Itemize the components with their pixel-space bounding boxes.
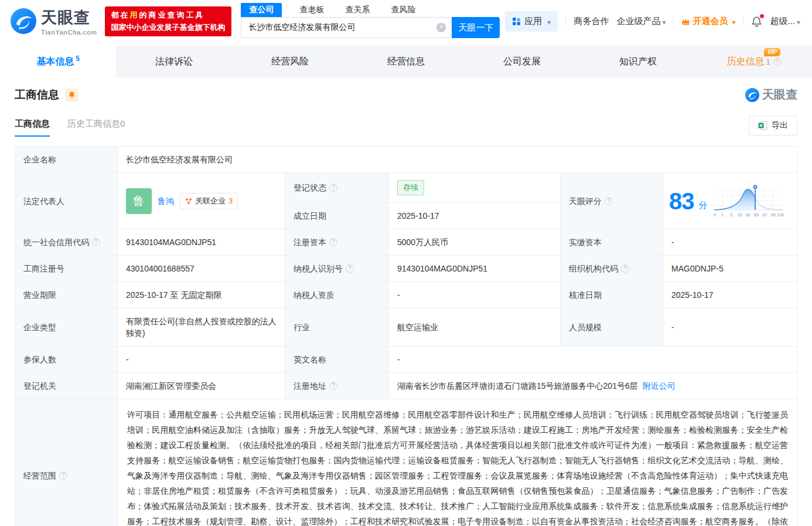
legal-rep-value: 鲁 鲁鸿 关联企业3	[118, 173, 285, 229]
menu-open-vip[interactable]: 开通会员	[681, 16, 735, 27]
approval-date-value: 2025-10-17	[663, 282, 798, 308]
tab-legal-proceedings[interactable]: 法律诉讼	[116, 46, 232, 77]
tianyancha-logo-icon	[11, 8, 36, 34]
approval-date-label: 核准日期	[561, 282, 663, 308]
search-tab-company[interactable]: 查公司	[241, 3, 282, 17]
tianyancha-logo-icon	[745, 88, 759, 102]
reg-number-label: 工商注册号	[15, 256, 118, 282]
svg-text:99: 99	[770, 212, 775, 218]
org-code-value: MAG0DNJP-5	[663, 256, 798, 282]
score-number: 83	[669, 195, 694, 207]
chevron-down-icon	[730, 16, 735, 26]
tab-business-risk[interactable]: 经营风险	[232, 46, 348, 77]
help-icon[interactable]	[346, 264, 354, 273]
help-icon[interactable]	[329, 184, 337, 192]
search-input[interactable]	[241, 23, 429, 32]
subtab-business-registration[interactable]: 工商信息	[15, 118, 50, 137]
divider	[673, 16, 674, 26]
slogan-line1: 都在用的商业查询工具	[111, 10, 226, 21]
svg-text:97: 97	[762, 212, 767, 218]
taxpayer-quality-label: 纳税人资质	[285, 282, 389, 308]
top-menu: 应用 商务合作 企业级产品 开通会员 超级...	[505, 11, 800, 32]
legal-rep-avatar[interactable]: 鲁	[126, 188, 152, 214]
search-tab-risk[interactable]: 查风险	[387, 3, 419, 17]
tab-intellectual-property[interactable]: 知识产权	[580, 46, 696, 77]
org-code-label: 组织机构代码	[561, 256, 663, 282]
tab-basic-info[interactable]: 基本信息5	[0, 46, 116, 77]
search-tab-relation[interactable]: 查关系	[342, 3, 373, 17]
search-button[interactable]: 天眼一下	[452, 17, 500, 38]
menu-enterprise-products[interactable]: 企业级产品	[616, 16, 666, 27]
help-icon[interactable]	[92, 238, 100, 246]
subtab-history-registration[interactable]: 历史工商信息0	[67, 118, 125, 137]
company-name-label: 企业名称	[15, 147, 118, 173]
tianyancha-logo[interactable]: 天眼查 TianYanCha.com	[11, 7, 97, 36]
menu-super-vip[interactable]: 超级...	[770, 16, 800, 27]
excel-icon	[758, 121, 767, 130]
help-icon[interactable]	[59, 471, 67, 480]
help-icon[interactable]	[329, 382, 337, 390]
tab-company-development[interactable]: 公司发展	[464, 46, 580, 77]
score-label: 天眼评分	[561, 173, 663, 229]
related-companies-badge[interactable]: 关联企业3	[180, 193, 238, 209]
score-distribution-chart: 0 1 3 15 50 85 97 99 100	[712, 183, 784, 219]
tianyancha-company-page: 天眼查 TianYanCha.com 都在用的商业查询工具 国家中小企业发展子基…	[0, 0, 812, 526]
company-type-value: 有限责任公司(非自然人投资或控股的法人独资)	[118, 308, 285, 347]
slogan-banner: 都在用的商业查询工具 国家中小企业发展子基金旗下机构	[105, 6, 231, 36]
reg-capital-value: 5000万人民币	[389, 229, 561, 256]
reg-status-label: 登记状态	[285, 173, 389, 203]
establish-date-value: 2025-10-17	[389, 203, 561, 229]
tab-business-info[interactable]: 经营信息	[348, 46, 464, 77]
company-name-value: 长沙市低空经济发展有限公司	[118, 147, 798, 173]
help-icon[interactable]	[329, 238, 337, 246]
business-scope-value: 许可项目：通用航空服务；公共航空运输；民用机场运营；民用航空器维修；民用航空器零…	[118, 399, 798, 526]
business-term-value: 2025-10-17 至 无固定期限	[118, 282, 285, 308]
svg-text:50: 50	[745, 212, 750, 218]
section-bell-icon[interactable]	[65, 89, 78, 101]
reg-number-value: 430104001688557	[118, 256, 285, 282]
taxpayer-id-label: 纳税人识别号	[285, 256, 389, 282]
menu-cooperation[interactable]: 商务合作	[574, 16, 609, 27]
svg-text:15: 15	[737, 212, 742, 218]
svg-text:100: 100	[776, 212, 783, 218]
main-content: 工商信息 天眼查 工商信息 历史工商信息0	[0, 87, 812, 526]
help-icon[interactable]	[605, 197, 613, 205]
reg-authority-value: 湖南湘江新区管理委员会	[118, 373, 285, 399]
clear-search-icon[interactable]	[436, 23, 446, 32]
related-companies-icon	[185, 198, 192, 205]
help-icon[interactable]	[773, 57, 782, 66]
company-nav-tabs: 基本信息5 法律诉讼 经营风险 经营信息 公司发展 知识产权 VIP 历史信息1	[0, 46, 812, 77]
svg-text:3: 3	[729, 212, 732, 218]
credit-code-value: 91430104MAG0DNJP51	[118, 229, 285, 256]
section-title: 工商信息	[15, 87, 59, 103]
paid-capital-label: 实缴资本	[561, 229, 663, 256]
chevron-down-icon	[545, 16, 551, 26]
tianyancha-watermark: 天眼查	[745, 87, 797, 103]
svg-text:0: 0	[713, 212, 715, 218]
insured-count-value: -	[118, 347, 285, 373]
notification-bell-icon[interactable]	[751, 16, 762, 27]
search-tabs: 查公司 查老板 查关系 查风险	[241, 3, 500, 17]
top-header: 天眼查 TianYanCha.com 都在用的商业查询工具 国家中小企业发展子基…	[0, 0, 812, 42]
tab-history-info[interactable]: VIP 历史信息1	[696, 46, 812, 77]
business-scope-label: 经营范围	[15, 399, 118, 526]
status-badge: 存续	[397, 180, 424, 195]
score-unit: 分	[699, 199, 708, 211]
staff-size-label: 人员规模	[561, 308, 663, 347]
business-term-label: 营业期限	[15, 282, 118, 308]
slogan-line2: 国家中小企业发展子基金旗下机构	[111, 22, 226, 33]
chevron-down-icon	[795, 16, 800, 26]
notification-dot	[760, 14, 764, 18]
reg-address-label: 注册地址	[285, 373, 389, 399]
industry-value: 航空运输业	[389, 308, 561, 347]
crown-icon	[681, 18, 690, 25]
score-value: 83 分	[663, 173, 798, 229]
business-info-table: 企业名称 长沙市低空经济发展有限公司 法定代表人 鲁 鲁鸿 关联企业3 登记状态…	[15, 146, 797, 526]
apps-menu[interactable]: 应用	[505, 11, 558, 32]
help-icon[interactable]	[621, 264, 629, 273]
search-tab-boss[interactable]: 查老板	[296, 3, 327, 17]
export-button[interactable]: 导出	[749, 116, 797, 135]
legal-rep-name-link[interactable]: 鲁鸿	[158, 195, 174, 207]
english-name-label: 英文名称	[285, 347, 389, 373]
nearby-companies-link[interactable]: 附近公司	[643, 380, 675, 392]
